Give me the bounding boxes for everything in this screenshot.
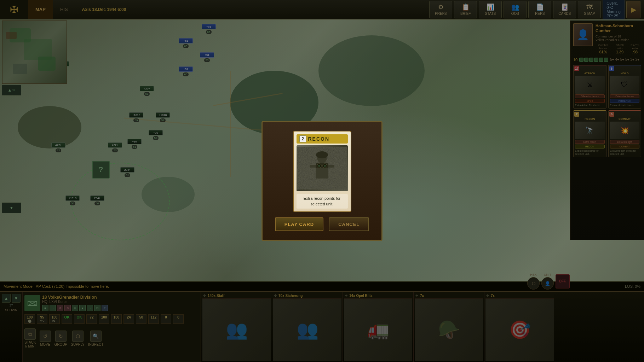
card-header: 2 RECON xyxy=(297,134,348,144)
svg-point-12 xyxy=(318,165,320,167)
cancel-button[interactable]: CANCEL xyxy=(329,217,369,231)
modal-buttons: PLAY CARD CANCEL xyxy=(275,217,369,231)
card-modal: 2 RECON xyxy=(261,121,383,241)
svg-point-5 xyxy=(316,151,328,158)
svg-point-13 xyxy=(324,165,326,167)
play-card-button[interactable]: PLAY CARD xyxy=(275,217,323,231)
card-image xyxy=(297,145,348,191)
card-title: RECON xyxy=(308,136,330,142)
card-description: Extra recon points for selected unit. xyxy=(297,194,348,209)
card-number: 2 xyxy=(299,135,306,142)
modal-overlay: 2 RECON xyxy=(0,0,644,362)
card-display: 2 RECON xyxy=(293,131,351,212)
